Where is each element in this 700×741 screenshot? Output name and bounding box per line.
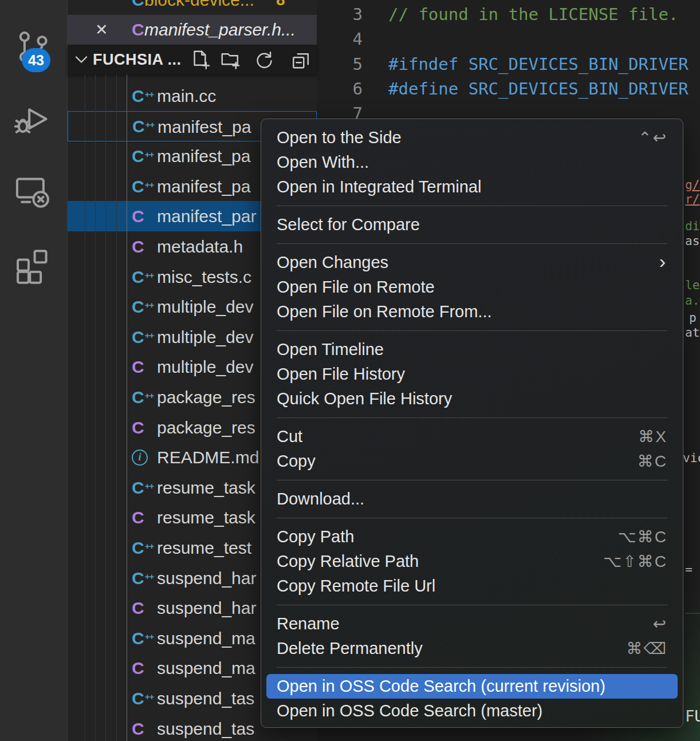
- line-number: 5: [317, 52, 363, 77]
- menu-separator: [261, 199, 683, 212]
- menu-item-label: Download...: [277, 490, 364, 508]
- menu-item[interactable]: Open File on Remote: [261, 275, 683, 299]
- new-folder-button[interactable]: [220, 49, 241, 70]
- menu-item[interactable]: Open in OSS Code Search (master): [261, 699, 683, 723]
- menu-item[interactable]: Open to the Side⌃↩: [261, 125, 683, 150]
- menu-item[interactable]: Rename↩: [261, 612, 683, 636]
- menu-item-label: Copy Relative Path: [277, 552, 419, 570]
- c-file-icon: C: [132, 653, 144, 683]
- c-file-icon: C: [132, 231, 144, 262]
- open-editor-item[interactable]: C++ block-device... 8: [68, 0, 317, 15]
- code-text: #define SRC_DEVICES_BIN_DRIVER: [388, 77, 689, 101]
- menu-item[interactable]: Cut⌘X: [261, 424, 683, 449]
- new-file-icon: [190, 49, 211, 70]
- menu-item[interactable]: Quick Open File History: [261, 387, 683, 411]
- open-editor-item-active[interactable]: ✕ C manifest_parser.h...: [68, 15, 317, 45]
- code-line: 5#ifndef SRC_DEVICES_BIN_DRIVER: [317, 52, 700, 77]
- menu-item[interactable]: Copy⌘C: [261, 449, 683, 474]
- refresh-icon: [253, 49, 274, 70]
- menu-item-label: Rename: [277, 614, 340, 633]
- indent-guide: [127, 74, 127, 741]
- menu-item[interactable]: Copy Relative Path⌥⇧⌘C: [261, 549, 683, 574]
- file-name: resume_task: [157, 472, 255, 503]
- run-debug-icon: [14, 101, 52, 139]
- menu-item-label: Copy Remote File Url: [277, 577, 435, 595]
- menu-separator: [261, 598, 683, 612]
- menu-separator: [261, 474, 683, 487]
- c-file-icon: C: [132, 15, 144, 45]
- c-file-icon: C: [132, 412, 144, 443]
- git-status-badge: 8: [276, 0, 285, 15]
- menu-item-label: Open File on Remote: [277, 278, 435, 296]
- menu-item[interactable]: Download...: [261, 487, 683, 511]
- refresh-button[interactable]: [253, 49, 274, 70]
- line-number: 4: [317, 27, 363, 52]
- code-line: 6#define SRC_DEVICES_BIN_DRIVER: [317, 77, 700, 101]
- run-debug-button[interactable]: [14, 101, 52, 139]
- code-fragment: p: [689, 312, 697, 325]
- menu-item-label: Copy: [277, 452, 316, 470]
- menu-item-label: Select for Compare: [277, 215, 420, 234]
- remote-explorer-button[interactable]: [14, 173, 52, 211]
- code-fragment: at: [685, 326, 699, 340]
- code-fragment: FU: [685, 708, 700, 725]
- menu-item[interactable]: Open Timeline: [261, 337, 683, 362]
- menu-item[interactable]: Copy Path⌥⌘C: [261, 525, 683, 549]
- menu-shortcut: ↩: [653, 612, 667, 636]
- file-name: multiple_dev: [157, 291, 253, 322]
- code-line: 4: [317, 27, 700, 52]
- menu-item[interactable]: Open Changes›: [261, 250, 683, 275]
- file-name: misc_tests.c: [157, 262, 251, 292]
- file-name: metadata.h: [157, 231, 243, 262]
- cpp-file-icon: C++: [132, 81, 154, 111]
- code-fragment: r/: [685, 193, 699, 206]
- menu-item-label: Cut: [277, 427, 302, 446]
- menu-shortcut: ⌥⌘C: [618, 525, 668, 549]
- menu-item[interactable]: Delete Permanently⌘⌫: [261, 636, 683, 661]
- cpp-file-icon: C++: [132, 623, 154, 653]
- cpp-file-icon: C++: [132, 563, 154, 593]
- menu-item-label: Open File on Remote From...: [277, 302, 492, 321]
- menu-item-label: Quick Open File History: [277, 389, 452, 408]
- menu-item-label: Open in Integrated Terminal: [277, 178, 481, 196]
- menu-item[interactable]: Open in Integrated Terminal: [261, 175, 683, 199]
- new-folder-icon: [220, 49, 241, 70]
- file-name: manifest_pa: [157, 141, 250, 171]
- file-name: resume_task: [157, 502, 255, 533]
- menu-item-label: Open in OSS Code Search (master): [277, 701, 542, 720]
- collapse-all-icon: [290, 49, 311, 70]
- close-icon[interactable]: ✕: [95, 15, 108, 45]
- menu-separator: [261, 511, 683, 525]
- menu-item-label: Open in OSS Code Search (current revisio…: [277, 677, 605, 695]
- menu-item[interactable]: Open in OSS Code Search (current revisio…: [266, 674, 678, 699]
- cpp-file-icon: C++: [132, 322, 154, 352]
- explorer-section-header[interactable]: FUCHSIA ...: [68, 45, 317, 74]
- collapse-all-button[interactable]: [290, 49, 311, 70]
- menu-item[interactable]: Open File on Remote From...: [261, 299, 683, 324]
- file-name: package_res: [157, 412, 255, 443]
- menu-item[interactable]: Select for Compare: [261, 212, 683, 237]
- cpp-file-icon: C++: [132, 291, 154, 322]
- menu-item[interactable]: Open File History: [261, 362, 683, 387]
- submenu-chevron-icon: ›: [659, 249, 666, 274]
- file-name: package_res: [157, 382, 255, 412]
- file-name: suspend_tas: [157, 714, 254, 741]
- cpp-file-icon: C++: [132, 141, 154, 171]
- new-file-button[interactable]: [190, 49, 211, 70]
- context-menu: Open to the Side⌃↩Open With...Open in In…: [261, 119, 683, 728]
- editor-divider: [685, 613, 700, 614]
- file-name: manifest_par: [157, 201, 256, 231]
- menu-separator: [261, 661, 683, 674]
- file-name: main.cc: [157, 81, 216, 111]
- indent-guide: [116, 74, 117, 741]
- menu-item-label: Open File History: [277, 365, 405, 383]
- menu-item[interactable]: Open With...: [261, 150, 683, 175]
- extensions-button[interactable]: [14, 246, 52, 284]
- file-name: multiple_dev: [157, 322, 253, 352]
- cpp-file-icon: C++: [132, 472, 154, 503]
- menu-item-label: Copy Path: [277, 527, 354, 546]
- menu-shortcut: ⌘X: [638, 424, 667, 449]
- menu-item[interactable]: Copy Remote File Url: [261, 574, 683, 598]
- c-file-icon: C: [132, 502, 144, 533]
- menu-item-label: Open Timeline: [277, 340, 384, 358]
